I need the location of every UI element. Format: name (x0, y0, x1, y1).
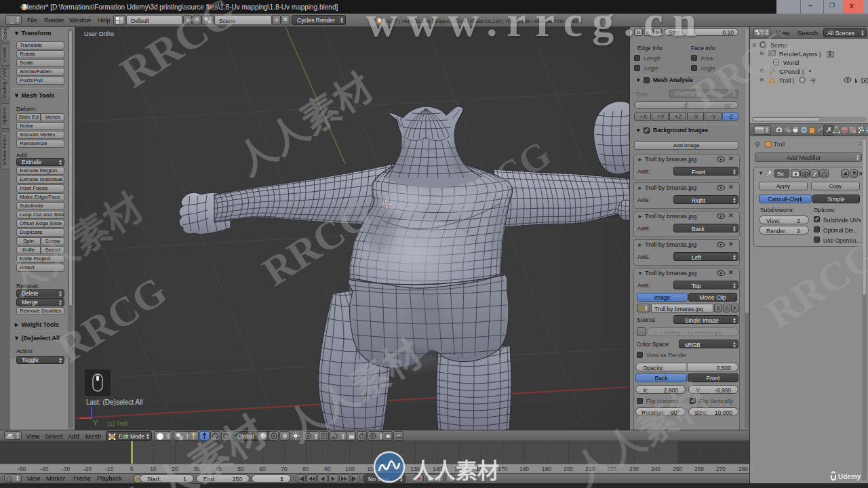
svg-text:Udemy: Udemy (838, 473, 861, 481)
